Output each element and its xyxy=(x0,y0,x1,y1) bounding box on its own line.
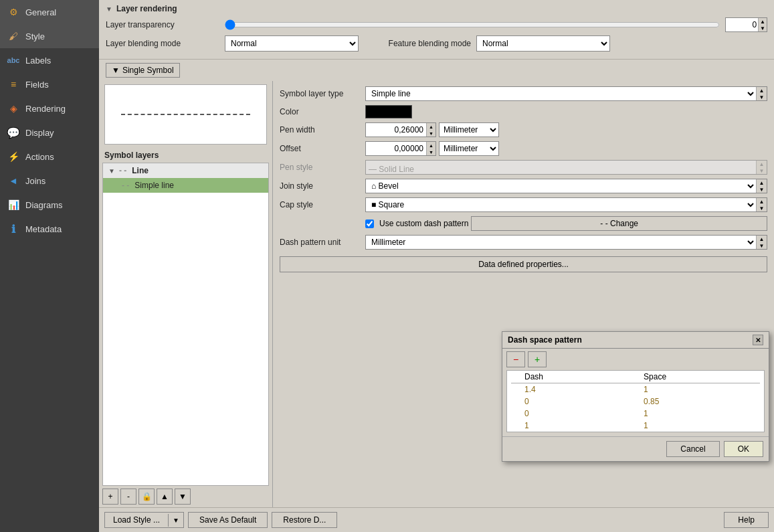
sidebar-item-label: Actions xyxy=(25,152,54,162)
layer-simple-line-item[interactable]: - - Simple line xyxy=(103,178,268,193)
feature-blending-label: Feature blending mode xyxy=(364,39,471,48)
dash-unit-select[interactable]: Millimeter Pixel Point xyxy=(366,236,756,249)
display-icon: 💬 xyxy=(7,126,20,139)
transparency-slider[interactable] xyxy=(225,19,720,30)
offset-arrows: ▲ ▼ xyxy=(426,142,436,155)
layer-dash-icon: - - xyxy=(119,166,126,175)
custom-dash-checkbox[interactable] xyxy=(365,219,374,228)
cancel-btn[interactable]: Cancel xyxy=(666,441,719,457)
symbol-layer-type-select[interactable]: Simple line xyxy=(366,87,756,100)
move-down-btn[interactable]: ▼ xyxy=(175,489,191,505)
offset-input[interactable] xyxy=(366,142,426,155)
pen-width-unit[interactable]: Millimeter Pixel Point xyxy=(439,122,499,137)
style-icon: 🖌 xyxy=(7,29,20,43)
table-row[interactable]: 11 xyxy=(511,420,760,432)
symbol-layer-type-combobox[interactable]: Simple line ▲ ▼ xyxy=(365,86,767,101)
cap-style-down[interactable]: ▼ xyxy=(757,205,767,211)
sidebar-item-diagrams[interactable]: 📊 Diagrams xyxy=(0,193,99,217)
move-up-btn[interactable]: ▲ xyxy=(157,489,173,505)
symbol-layers-list: ▼ - - Line - - Simple line xyxy=(102,163,269,486)
offset-unit-select[interactable]: Millimeter Pixel Point xyxy=(440,142,498,155)
dash-unit-down[interactable]: ▼ xyxy=(757,242,767,249)
symbol-layer-type-up[interactable]: ▲ xyxy=(757,87,767,94)
symbol-layers-header: Symbol layers xyxy=(99,148,272,163)
offset-up[interactable]: ▲ xyxy=(427,142,436,149)
sidebar-item-general[interactable]: ⚙ General xyxy=(0,0,99,24)
sidebar-item-label: Style xyxy=(25,31,45,41)
change-dash-btn[interactable]: - - Change xyxy=(471,216,767,231)
join-style-down[interactable]: ▼ xyxy=(757,186,767,193)
ok-btn[interactable]: OK xyxy=(724,441,763,457)
table-row[interactable]: 01 xyxy=(511,408,760,420)
sidebar: ⚙ General 🖌 Style abc Labels ≡ Fields ◈ … xyxy=(0,0,99,532)
join-style-select[interactable]: ⌂ Bevel Miter Round xyxy=(366,179,756,193)
collapse-arrow-icon[interactable]: ▼ xyxy=(106,5,112,13)
feature-blending-dropdown[interactable]: Normal Multiply Screen xyxy=(477,36,609,51)
cap-style-select[interactable]: ■ Square Flat Round xyxy=(366,198,756,211)
symbol-layer-type-arrows: ▲ ▼ xyxy=(756,87,767,100)
table-row[interactable]: 1.41 xyxy=(511,383,760,396)
remove-row-btn[interactable]: − xyxy=(506,351,525,367)
sidebar-item-style[interactable]: 🖌 Style xyxy=(0,24,99,48)
join-style-up[interactable]: ▲ xyxy=(757,179,767,186)
bottom-bar: Load Style ... ▼ Save As Default Restore… xyxy=(99,507,774,532)
dash-unit-combobox[interactable]: Millimeter Pixel Point ▲ ▼ xyxy=(365,235,767,250)
offset-unit[interactable]: Millimeter Pixel Point xyxy=(439,141,499,156)
cap-style-up[interactable]: ▲ xyxy=(757,198,767,205)
table-row[interactable]: 00.85 xyxy=(511,395,760,408)
pen-width-input[interactable] xyxy=(366,123,426,137)
sidebar-item-actions[interactable]: ⚡ Actions xyxy=(0,145,99,169)
color-swatch[interactable] xyxy=(365,105,412,118)
load-style-dropdown-arrow[interactable]: ▼ xyxy=(168,514,183,527)
cap-style-combobox[interactable]: ■ Square Flat Round ▲ ▼ xyxy=(365,197,767,212)
help-btn[interactable]: Help xyxy=(724,512,769,528)
restore-btn[interactable]: Restore D... xyxy=(272,512,337,528)
data-defined-btn[interactable]: Data defined properties... xyxy=(280,256,767,272)
join-style-control: ⌂ Bevel Miter Round ▲ ▼ xyxy=(365,179,767,193)
pen-width-unit-select[interactable]: Millimeter Pixel Point xyxy=(440,123,498,137)
layer-blending-select[interactable]: Normal Multiply Screen xyxy=(225,35,359,52)
save-default-btn[interactable]: Save As Default xyxy=(188,512,268,528)
symbol-layer-type-label: Symbol layer type xyxy=(280,89,360,98)
add-layer-btn[interactable]: + xyxy=(102,489,118,505)
transparency-down-arrow[interactable]: ▼ xyxy=(759,25,767,31)
dialog-close-btn[interactable]: ✕ xyxy=(753,335,763,345)
join-style-label: Join style xyxy=(280,181,360,191)
sidebar-item-joins[interactable]: ◄ Joins xyxy=(0,169,99,193)
offset-down[interactable]: ▼ xyxy=(427,149,436,155)
join-style-combobox[interactable]: ⌂ Bevel Miter Round ▲ ▼ xyxy=(365,179,767,193)
sidebar-item-display[interactable]: 💬 Display xyxy=(0,120,99,145)
single-symbol-btn[interactable]: ▼ Single Symbol xyxy=(106,63,180,78)
layer-expand-icon: ▼ xyxy=(108,167,115,175)
sidebar-item-label: Joins xyxy=(25,176,45,186)
lock-layer-btn[interactable]: 🔒 xyxy=(138,489,155,505)
dash-cell: 1 xyxy=(511,420,630,432)
layer-line-label: Line xyxy=(132,166,149,175)
dialog-titlebar: Dash space pattern ✕ xyxy=(502,332,769,349)
feature-blending-select[interactable]: Normal Multiply Screen xyxy=(476,35,610,52)
layer-line-item[interactable]: ▼ - - Line xyxy=(103,163,268,178)
pen-width-down[interactable]: ▼ xyxy=(427,130,436,137)
dash-space-dialog[interactable]: Dash space pattern ✕ − + Dash Space 1.41… xyxy=(502,331,769,462)
symbol-layer-type-down[interactable]: ▼ xyxy=(757,94,767,100)
symbol-preview-line xyxy=(121,114,250,115)
pen-width-up[interactable]: ▲ xyxy=(427,123,436,130)
dash-cell: 0 xyxy=(511,408,630,420)
transparency-up-arrow[interactable]: ▲ xyxy=(759,18,767,25)
sidebar-item-metadata[interactable]: ℹ Metadata xyxy=(0,217,99,241)
sidebar-item-fields[interactable]: ≡ Fields xyxy=(0,72,99,96)
layer-rendering-header: ▼ Layer rendering xyxy=(106,4,767,13)
sidebar-item-label: Fields xyxy=(25,80,49,90)
offset-label: Offset xyxy=(280,144,360,153)
sidebar-item-rendering[interactable]: ◈ Rendering xyxy=(0,96,99,120)
dash-unit-up[interactable]: ▲ xyxy=(757,236,767,242)
transparency-value[interactable] xyxy=(726,19,758,30)
symbol-type-label: Single Symbol xyxy=(122,66,174,75)
join-style-row: Join style ⌂ Bevel Miter Round ▲ ▼ xyxy=(280,179,767,193)
remove-layer-btn[interactable]: - xyxy=(120,489,136,505)
sidebar-item-labels[interactable]: abc Labels xyxy=(0,48,99,72)
load-style-btn[interactable]: Load Style ... xyxy=(105,513,168,527)
add-row-btn[interactable]: + xyxy=(528,351,547,367)
dialog-buttons: Cancel OK xyxy=(502,436,769,461)
layer-blending-dropdown[interactable]: Normal Multiply Screen xyxy=(225,36,358,51)
